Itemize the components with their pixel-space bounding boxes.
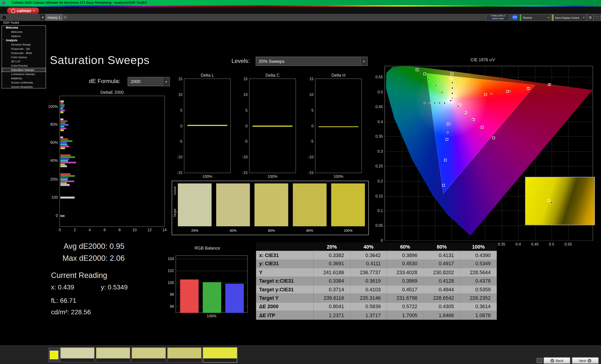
window-title: Calman 2025 Calman Ultimate for Business… (12, 1, 147, 4)
table-value-cell: 236.7737 (350, 268, 387, 277)
deltae-axis-label: 0 (56, 213, 58, 218)
cie-measured-point (549, 83, 551, 85)
table-row-label: Target y:CIE31 (256, 285, 314, 294)
tab-scroll-left-button[interactable]: ◀ (40, 15, 45, 20)
source-dropdown[interactable]: Source ▼ (520, 14, 551, 21)
luminance-badge[interactable]: 228 (512, 15, 517, 20)
delta-axis-tick: 15 (243, 77, 248, 81)
sidebar-item-dynamic-range[interactable]: Dynamic Range (2, 42, 46, 47)
add-tab-button[interactable]: + (62, 15, 67, 20)
sidebar-item-3d-lut[interactable]: 3D LUT (2, 59, 46, 64)
cie-y-tick: 0.25 (375, 164, 383, 168)
cie-measured-point (457, 105, 459, 107)
calman-menu-button[interactable]: calman ▼ (7, 7, 39, 14)
cie-target-square (423, 73, 426, 75)
de-formula-dropdown[interactable]: 2000 ▼ (128, 77, 170, 86)
delta-axis-tick: 0 (311, 124, 313, 128)
sweep-patch-button-40%[interactable]: 40% (96, 347, 130, 363)
delta-axis-tick: 15 (178, 77, 182, 81)
measurement-table: 20%40%60%80%100%x: CIE310.33820.36420.38… (256, 242, 497, 319)
cie-measured-point (451, 82, 453, 84)
tab-bar: ◀ History 1 + X-Rite i1Pro 2 Direct View… (0, 14, 601, 21)
sidebar-item-screen-angularity[interactable]: Screen Angularity (2, 85, 46, 88)
sweep-patch-button-60%[interactable]: 60% (131, 347, 166, 363)
delta-x-label: 100% (268, 174, 278, 179)
rgb-x-label: 100% (207, 314, 216, 318)
current-reading-heading: Current Reading (51, 271, 107, 280)
sidebar-item-color-gamut[interactable]: Color Gamut (2, 55, 46, 59)
table-value-cell: 0.4517 (387, 285, 423, 294)
delta-x-label: 100% (334, 174, 343, 179)
next-button[interactable]: Next » (572, 357, 599, 364)
title-bar: Calman 2025 Calman Ultimate for Business… (0, 0, 601, 5)
tree-section-welcome[interactable]: −Welcome (2, 26, 46, 30)
current-patch-swatch (50, 351, 58, 359)
sweep-patch-button-100%[interactable]: 100% (203, 347, 237, 363)
deltae-axis-label: 20% (50, 177, 58, 181)
sidebar-item-welcome[interactable]: Welcome (2, 30, 46, 34)
cie-y-tick: 0.1 (378, 209, 383, 213)
layout-icon[interactable]: ⛶ (594, 14, 601, 21)
table-value-cell: 228.5644 (460, 268, 497, 277)
sidebar-item-colorchecker[interactable]: ColorChecker (2, 64, 46, 68)
deltae-bar-yellow (60, 111, 64, 113)
session-indicator-icon[interactable] (2, 15, 7, 20)
deltae-x-tick: 4 (89, 228, 91, 232)
sweep-patch-fill (96, 348, 130, 358)
back-button[interactable]: « Back (543, 357, 570, 364)
sidebar-item-luminance-sweeps[interactable]: Luminance Sweeps (2, 72, 46, 76)
delta-h-chart: Delta H 151050-5-10-15100% (315, 78, 362, 173)
cie-panel: CIE 1976 u'v' 00.050.10.150.20.250.30.35… (371, 57, 595, 240)
sweep-patch-button-20%[interactable]: 20% (60, 347, 95, 363)
sidebar-item-saturation-sweeps[interactable]: Saturation Sweeps (2, 68, 46, 72)
table-value-cell: 233.4028 (387, 268, 423, 277)
sidebar-item-screen-uniformity[interactable]: Screen Uniformity (2, 80, 46, 85)
deltae-axis-label: 100% (48, 104, 58, 109)
sidebar-item-additivity[interactable]: Additivity (2, 76, 46, 80)
display-window-icon[interactable] (537, 358, 542, 363)
cie-measured-point (447, 132, 448, 134)
inset-measured-marker (551, 201, 553, 203)
levels-dropdown[interactable]: 20% Sweeps ▼ (256, 57, 368, 66)
back-arrow-icon: « (550, 359, 554, 362)
sidebar-item-grayscale-2pt[interactable]: Grayscale - 2pt (2, 47, 46, 51)
sidebar-item-grayscale-multi[interactable]: Grayscale - Multi (2, 51, 46, 55)
cie-y-tick: 0.2 (378, 179, 383, 183)
app-window: Calman 2025 Calman Ultimate for Business… (0, 0, 601, 364)
cie-measured-point (439, 102, 441, 104)
deltae-bar-white (60, 197, 75, 199)
minimize-icon[interactable]: – (583, 0, 589, 5)
table-row-label: y: CIE31 (256, 260, 314, 268)
cie-measured-point (443, 102, 445, 104)
display-control-dropdown[interactable]: Direct Display Control ▼ (552, 14, 586, 21)
table-value-cell: 231.6798 (387, 294, 423, 303)
cie-measured-point (417, 70, 419, 72)
tree-expander-icon[interactable]: − (3, 26, 4, 28)
delta-h-title: Delta H (316, 73, 361, 77)
rgb-balance-panel: RGB Balance 1041021009896100% (166, 245, 249, 322)
tree-section-analysis[interactable]: −Analysis (2, 38, 46, 42)
current-y: y: 0.5349 (101, 284, 128, 292)
tree-expander-icon[interactable]: − (3, 39, 4, 41)
delta-axis-tick: 5 (246, 108, 248, 112)
deltae-bar-white (60, 165, 67, 167)
next-label: Next (579, 359, 586, 362)
sweep-patch-button-80%[interactable]: 80% (167, 347, 202, 363)
current-fl: fL: 66.71 (51, 297, 76, 305)
delta-axis-tick: -5 (310, 139, 314, 144)
maximize-icon[interactable]: ▢ (589, 0, 595, 5)
table-header-cell: 80% (423, 242, 460, 251)
cie-measured-point (472, 119, 473, 121)
tab-history-1[interactable]: History 1 (46, 14, 62, 21)
sidebar-item-options[interactable]: Options (2, 34, 46, 38)
current-patch-button[interactable] (48, 348, 60, 362)
cie-y-tick: 0 (381, 238, 383, 242)
close-icon[interactable]: ✕ (595, 0, 601, 5)
rgb-y-tick: 96 (170, 304, 174, 308)
sweep-swatch-100% (331, 183, 365, 226)
levels-label: Levels: (231, 57, 250, 64)
meter-button[interactable]: X-Rite i1Pro 2 Direct View (486, 14, 510, 21)
gear-icon[interactable]: ⚙ (587, 14, 594, 21)
table-value-cell: 1.2371 (314, 311, 350, 320)
sweep-swatch-40% (216, 183, 250, 226)
